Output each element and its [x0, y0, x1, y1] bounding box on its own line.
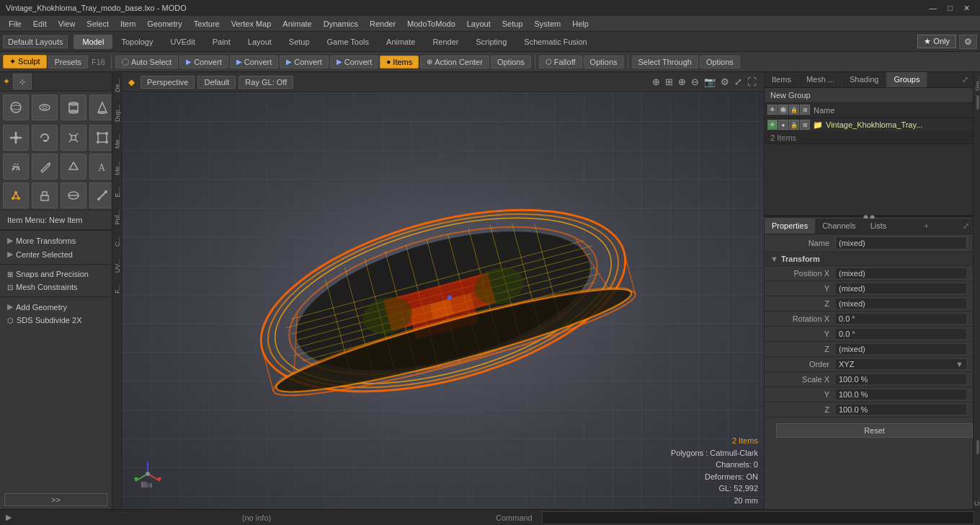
scrollbar-thumb-2[interactable] — [976, 440, 979, 454]
rot-x-value[interactable]: 0.0 ° — [835, 313, 967, 325]
rpb-tab-channels[interactable]: Channels — [815, 219, 863, 234]
menu-select[interactable]: Select — [81, 18, 115, 30]
menu-view[interactable]: View — [53, 18, 81, 30]
reset-button[interactable]: Reset — [776, 423, 973, 438]
items-button[interactable]: ● Items — [380, 56, 419, 69]
convert3-button[interactable]: ▶ Convert — [280, 56, 329, 69]
sculpt-tool[interactable] — [3, 154, 29, 180]
text-tool[interactable]: A — [89, 154, 112, 180]
transform-tool[interactable] — [89, 125, 112, 151]
perspective-button[interactable]: Perspective — [141, 76, 195, 89]
scrollbar-thumb[interactable] — [976, 95, 979, 110]
loop-tool[interactable] — [61, 182, 86, 208]
group-lock-icon[interactable]: 🔒 — [789, 120, 799, 130]
vp-icon-crosshair[interactable]: ⊕ — [651, 75, 662, 89]
lp-vtab-dup[interactable]: Dup... — [112, 98, 122, 128]
vp-icon-zoom-out[interactable]: ⊖ — [690, 75, 700, 89]
lp-vtab-me2[interactable]: Me... — [112, 154, 122, 181]
mesh-tool[interactable] — [61, 154, 86, 180]
rpb-tab-properties[interactable]: Properties — [765, 219, 815, 234]
menu-render[interactable]: Render — [364, 18, 401, 30]
col-lock-icon[interactable]: 🔒 — [789, 105, 799, 115]
sds-subdivide-item[interactable]: ⬡ SDS Subdivide 2X — [4, 314, 107, 327]
viewport-canvas[interactable]: 2 Items Polygons : Catmull-Clark Channel… — [122, 92, 764, 509]
torus-tool[interactable] — [32, 94, 58, 120]
sphere-tool[interactable] — [3, 94, 29, 120]
cone-tool[interactable] — [89, 94, 112, 120]
lp-vtab-e[interactable]: E... — [112, 181, 122, 203]
tab-game-tools[interactable]: Game Tools — [318, 35, 378, 49]
options3-button[interactable]: Options — [700, 56, 740, 69]
bottombar-arrow[interactable]: ▶ — [6, 513, 12, 522]
rp-tab-mesh[interactable]: Mesh ... — [799, 72, 842, 87]
rot-z-value[interactable]: (mixed) — [835, 343, 967, 355]
rp-expand-icon[interactable]: ⤢ — [958, 72, 973, 87]
rpb-add-tab[interactable]: + — [918, 219, 934, 234]
rp-side-use[interactable]: Use... — [974, 498, 980, 509]
convert1-button[interactable]: ▶ Convert — [179, 56, 228, 69]
new-group-button[interactable]: New Group — [765, 88, 973, 103]
edge-tool[interactable] — [89, 182, 112, 208]
menu-geometry[interactable]: Geometry — [141, 18, 187, 30]
move-tool[interactable] — [3, 125, 29, 151]
bevel-tool[interactable] — [3, 182, 29, 208]
transform-section-title[interactable]: ▼ Transform — [770, 255, 967, 263]
add-geometry-item[interactable]: ▶ Add Geometry — [4, 300, 107, 314]
vp-icon-camera[interactable]: 📷 — [703, 75, 717, 89]
star-only-button[interactable]: ★ Only — [917, 35, 956, 48]
group-eye-icon[interactable]: 👁 — [767, 120, 778, 130]
scale-tool[interactable] — [61, 125, 86, 151]
lp-vtab-pol[interactable]: Pol... — [112, 203, 122, 231]
tab-render[interactable]: Render — [424, 35, 467, 49]
expand-button[interactable]: >> — [4, 493, 107, 506]
action-center-button[interactable]: ⊕ Action Center — [420, 56, 489, 69]
lp-vtab-me[interactable]: Me... — [112, 128, 122, 154]
center-selected-item[interactable]: ▶ Center Selected — [4, 247, 107, 261]
maximize-btn[interactable]: □ — [943, 4, 957, 12]
close-btn[interactable]: ✕ — [959, 4, 974, 12]
menu-layout[interactable]: Layout — [461, 18, 496, 30]
col-extra-icon[interactable]: ⊞ — [800, 105, 810, 115]
gear-button[interactable]: ⚙ — [959, 35, 977, 49]
sculpt-button[interactable]: ✦ Sculpt — [3, 55, 47, 69]
options2-button[interactable]: Options — [584, 56, 624, 69]
scale-z-value[interactable]: 100.0 % — [835, 404, 967, 415]
menu-setup[interactable]: Setup — [496, 18, 529, 30]
extrude-tool[interactable] — [32, 182, 58, 208]
falloff-button[interactable]: ⬡ Falloff — [539, 56, 582, 69]
lp-vtab-uv[interactable]: UV... — [112, 252, 122, 278]
pos-x-value[interactable]: (mixed) — [835, 268, 967, 279]
item-menu-new-item[interactable]: Item Menu: New Item — [4, 213, 107, 226]
menu-texture[interactable]: Texture — [188, 18, 226, 30]
cylinder-tool[interactable] — [61, 94, 86, 120]
select-through-button[interactable]: Select Through — [632, 56, 698, 69]
menu-dynamics[interactable]: Dynamics — [318, 18, 364, 30]
menu-modomodo[interactable]: ModoToModo — [401, 18, 461, 30]
group-extra-icon[interactable]: ⊞ — [800, 120, 810, 130]
default-button[interactable]: Default — [197, 76, 236, 89]
menu-edit[interactable]: Edit — [27, 18, 53, 30]
tab-animate[interactable]: Animate — [378, 35, 424, 49]
tab-model[interactable]: Model — [74, 35, 112, 49]
pen-tool[interactable] — [32, 154, 58, 180]
presets-button[interactable]: Presets — [48, 56, 88, 69]
vp-icon-zoom-fit[interactable]: ⊞ — [664, 75, 674, 89]
rp-tab-groups[interactable]: Groups — [886, 72, 927, 87]
snaps-precision-item[interactable]: ⊞ Snaps and Precision — [4, 268, 107, 281]
lp-vtab-de[interactable]: De... — [112, 72, 122, 98]
lp-btn-1[interactable]: ⊹ — [13, 74, 32, 89]
tab-topology[interactable]: Topology — [112, 35, 161, 49]
pos-y-value[interactable]: (mixed) — [835, 283, 967, 294]
options1-button[interactable]: Options — [491, 56, 531, 69]
pos-z-value[interactable]: (mixed) — [835, 298, 967, 309]
vp-icon-zoom-in[interactable]: ⊕ — [677, 75, 687, 89]
col-eye-icon[interactable]: 👁 — [767, 105, 778, 115]
menu-vertexmap[interactable]: Vertex Map — [226, 18, 277, 30]
tab-setup[interactable]: Setup — [280, 35, 318, 49]
rp-group-row[interactable]: 👁 ● 🔒 ⊞ 📁 Vintage_Khokhloma_Tray... — [765, 118, 973, 132]
rp-tab-shading[interactable]: Shading — [842, 72, 886, 87]
tab-uvedit[interactable]: UVEdit — [161, 35, 203, 49]
tab-layout[interactable]: Layout — [239, 35, 280, 49]
menu-file[interactable]: File — [3, 18, 27, 30]
rp-tab-items[interactable]: Items — [765, 72, 799, 87]
